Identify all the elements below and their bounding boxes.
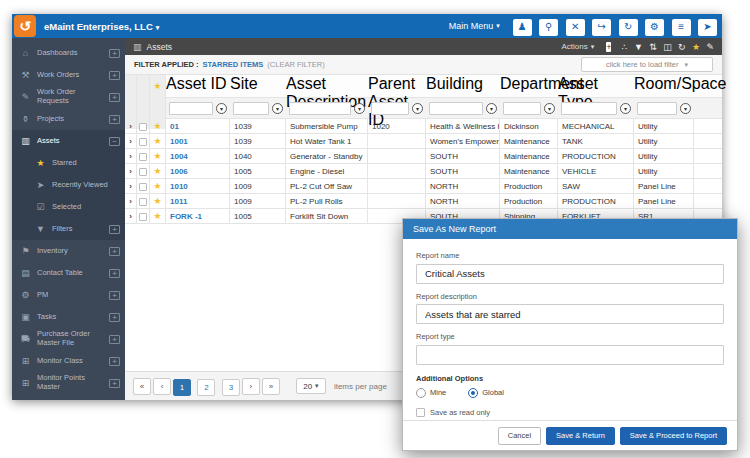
gear-icon[interactable]: ⚙: [645, 19, 664, 36]
sidebar-item[interactable]: ⊞ Monitor Class +: [12, 350, 125, 372]
row-expander-icon[interactable]: ›: [125, 194, 137, 208]
column-filter-input[interactable]: [371, 102, 409, 115]
cell-asset-id[interactable]: 1010: [166, 179, 230, 193]
columns-icon[interactable]: ◫: [663, 42, 672, 52]
report-type-field[interactable]: [416, 345, 724, 365]
row-star-icon[interactable]: ★: [150, 134, 166, 148]
row-expander-icon[interactable]: ›: [125, 149, 137, 163]
column-filter-input[interactable]: [503, 102, 541, 115]
filter-operator-icon[interactable]: ▾: [544, 103, 555, 114]
filter-operator-icon[interactable]: ▾: [680, 103, 691, 114]
refresh-icon[interactable]: ↻: [678, 42, 686, 52]
filter-operator-icon[interactable]: ▾: [216, 103, 227, 114]
sidebar-item[interactable]: ▣ Tasks +: [12, 306, 125, 328]
filter-operator-icon[interactable]: ▾: [272, 103, 283, 114]
menu-icon[interactable]: ≡: [672, 19, 691, 36]
exit-icon[interactable]: ↪: [592, 19, 611, 36]
expand-toggle-icon[interactable]: +: [109, 335, 120, 344]
sidebar-item[interactable]: ▥ Assets −: [12, 130, 125, 152]
sidebar-item[interactable]: ⚱ Projects +: [12, 108, 125, 130]
column-filter-input[interactable]: [561, 102, 617, 115]
row-expander-icon[interactable]: ›: [125, 119, 137, 133]
row-star-icon[interactable]: ★: [150, 179, 166, 193]
cell-asset-id[interactable]: 1001: [166, 134, 230, 148]
row-checkbox[interactable]: [137, 119, 150, 133]
column-filter-input[interactable]: [289, 102, 351, 115]
radio-mine[interactable]: Mine: [416, 388, 446, 398]
sidebar-item[interactable]: ⚒ Work Orders +: [12, 64, 125, 86]
main-menu-button[interactable]: Main Menu▾: [449, 21, 500, 31]
load-filter-dropdown[interactable]: click here to load filter ▾: [581, 57, 713, 72]
sidebar-item[interactable]: ⛟ Purchase Order Master File +: [12, 328, 125, 350]
actions-menu-button[interactable]: Actions▾: [561, 42, 594, 51]
page-number-button[interactable]: 1: [173, 379, 191, 396]
radio-mine-icon[interactable]: [416, 388, 426, 398]
row-checkbox[interactable]: [137, 194, 150, 208]
navigate-icon[interactable]: ➤: [698, 19, 717, 36]
column-filter-input[interactable]: [169, 102, 213, 115]
sidebar-item[interactable]: ☑ Selected: [12, 196, 125, 218]
sidebar-item[interactable]: ⊞ Monitor Points Master +: [12, 372, 125, 394]
save-proceed-button[interactable]: Save & Proceed to Report: [620, 427, 727, 445]
refresh-icon[interactable]: ↻: [619, 19, 638, 36]
edit-icon[interactable]: ✎: [706, 42, 714, 52]
expand-toggle-icon[interactable]: +: [109, 225, 120, 234]
last-page-button[interactable]: »: [262, 378, 280, 395]
row-checkbox[interactable]: [137, 164, 150, 178]
expand-toggle-icon[interactable]: +: [109, 379, 120, 388]
column-filter-input[interactable]: [233, 102, 269, 115]
sidebar-item[interactable]: ✎ Work Order Requests +: [12, 86, 125, 108]
expand-toggle-icon[interactable]: +: [109, 93, 120, 102]
row-star-icon[interactable]: ★: [150, 164, 166, 178]
row-checkbox[interactable]: [137, 209, 150, 223]
sidebar-item[interactable]: ⚑ Inventory +: [12, 240, 125, 262]
company-switcher[interactable]: eMaint Enterprises, LLC▾: [44, 21, 159, 32]
filter-operator-icon[interactable]: ▾: [486, 103, 497, 114]
active-filter-link[interactable]: STARRED ITEMS: [203, 60, 264, 69]
sidebar-item[interactable]: ▼ Filters +: [12, 218, 125, 240]
filter-operator-icon[interactable]: ▾: [620, 103, 631, 114]
page-number-button[interactable]: 3: [222, 379, 240, 396]
filter-operator-icon[interactable]: ▾: [354, 103, 365, 114]
page-number-button[interactable]: 2: [197, 379, 215, 396]
row-star-icon[interactable]: ★: [150, 149, 166, 163]
report-name-field[interactable]: [416, 264, 724, 284]
row-expander-icon[interactable]: ›: [125, 209, 137, 223]
sidebar-item[interactable]: ➤ Recently Viewed: [12, 174, 125, 196]
expand-toggle-icon[interactable]: +: [109, 357, 120, 366]
clear-filter-link[interactable]: (CLEAR FILTER): [267, 60, 324, 69]
share-icon[interactable]: ∴: [622, 42, 628, 52]
user-icon[interactable]: ♟: [513, 19, 532, 36]
radio-global[interactable]: Global: [468, 388, 504, 398]
report-description-field[interactable]: [416, 304, 724, 324]
row-star-icon[interactable]: ★: [150, 194, 166, 208]
cell-asset-id[interactable]: FORK -1: [166, 209, 230, 223]
prev-page-button[interactable]: ‹: [153, 378, 171, 395]
pin-icon[interactable]: ⚲: [539, 19, 558, 36]
row-star-icon[interactable]: ★: [150, 209, 166, 223]
sort-icon[interactable]: ⇅: [649, 42, 657, 52]
expand-toggle-icon[interactable]: +: [109, 115, 120, 124]
column-filter-input[interactable]: [637, 102, 677, 115]
next-page-button[interactable]: ›: [242, 378, 260, 395]
cell-asset-id[interactable]: 01: [166, 119, 230, 133]
row-checkbox[interactable]: [137, 134, 150, 148]
expand-toggle-icon[interactable]: +: [109, 71, 120, 80]
close-icon[interactable]: ✕: [566, 19, 585, 36]
cell-asset-id[interactable]: 1006: [166, 164, 230, 178]
dialog-title-bar[interactable]: Save As New Report: [403, 219, 737, 239]
sidebar-item[interactable]: ▤ Contact Table +: [12, 262, 125, 284]
read-only-checkbox[interactable]: [416, 408, 425, 417]
expand-toggle-icon[interactable]: +: [109, 49, 120, 58]
filter-icon[interactable]: ▼: [634, 42, 643, 52]
expand-toggle-icon[interactable]: +: [109, 291, 120, 300]
row-expander-icon[interactable]: ›: [125, 164, 137, 178]
page-size-select[interactable]: 20 ▾: [296, 378, 326, 394]
row-star-icon[interactable]: ★: [150, 119, 166, 133]
row-expander-icon[interactable]: ›: [125, 179, 137, 193]
first-page-button[interactable]: «: [133, 378, 151, 395]
cell-asset-id[interactable]: 1011: [166, 194, 230, 208]
column-filter-input[interactable]: [429, 102, 483, 115]
expand-toggle-icon[interactable]: +: [109, 269, 120, 278]
row-checkbox[interactable]: [137, 149, 150, 163]
